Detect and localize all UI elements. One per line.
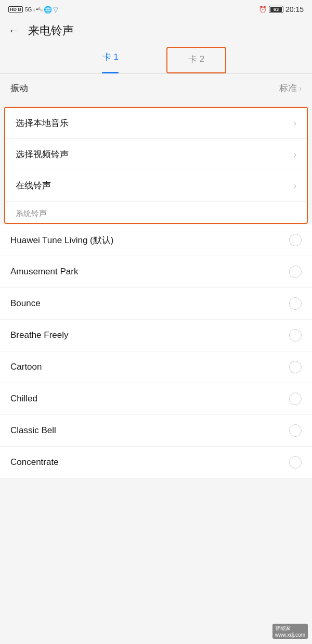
vibration-value: 标准 › bbox=[279, 82, 302, 94]
ringtone-name: Breathe Freely bbox=[10, 330, 69, 340]
status-right: ⏰ 63 20:15 bbox=[259, 5, 304, 14]
menu-label-online-ringtone: 在线铃声 bbox=[16, 180, 51, 192]
radio-button[interactable] bbox=[289, 266, 302, 278]
radio-button[interactable] bbox=[289, 361, 302, 373]
ringtone-name: Concentrate bbox=[10, 457, 59, 468]
menu-chevron-online-ringtone: › bbox=[294, 181, 296, 191]
clock: 20:15 bbox=[285, 5, 304, 14]
vibration-chevron: › bbox=[299, 84, 302, 93]
menu-item-local-music[interactable]: 选择本地音乐 › bbox=[5, 108, 307, 138]
header: ← 来电铃声 bbox=[0, 19, 312, 43]
ringtone-name: Chilled bbox=[10, 394, 37, 404]
watermark: 智能家www.xdj.com bbox=[272, 624, 308, 639]
page-title: 来电铃声 bbox=[28, 23, 74, 39]
ringtone-item[interactable]: Huawei Tune Living (默认) bbox=[0, 224, 312, 256]
orange-box-section: 选择本地音乐 › 选择视频铃声 › 在线铃声 › 系统铃声 bbox=[4, 107, 308, 224]
radio-button[interactable] bbox=[289, 456, 302, 469]
radio-button[interactable] bbox=[289, 329, 302, 342]
ringtone-name: Amusement Park bbox=[10, 267, 78, 277]
ringtone-item[interactable]: Chilled bbox=[0, 383, 312, 414]
ringtone-item[interactable]: Concentrate bbox=[0, 446, 312, 478]
radio-button[interactable] bbox=[289, 393, 302, 405]
menu-chevron-video-ringtone: › bbox=[294, 150, 296, 159]
ringtone-name: Classic Bell bbox=[10, 425, 56, 436]
tab-card2[interactable]: 卡 2 bbox=[172, 49, 221, 71]
alarm-icon: ⏰ bbox=[259, 6, 267, 13]
status-left: HD B 5G ᵢₗ ⁴ᴳᵢₗ 🌐 ▽ bbox=[8, 6, 58, 14]
ringtone-item[interactable]: Breathe Freely bbox=[0, 319, 312, 351]
battery-indicator: 63 bbox=[269, 6, 283, 13]
ringtone-item[interactable]: Amusement Park bbox=[0, 256, 312, 287]
radio-button[interactable] bbox=[289, 297, 302, 310]
ringtone-list: Huawei Tune Living (默认) Amusement Park B… bbox=[0, 224, 312, 478]
tab-card2-wrapper: 卡 2 bbox=[166, 47, 226, 73]
ringtone-item[interactable]: Cartoon bbox=[0, 351, 312, 383]
ringtone-item[interactable]: Classic Bell bbox=[0, 414, 312, 446]
ringtone-item[interactable]: Bounce bbox=[0, 287, 312, 319]
tabs-container: 卡 1 卡 2 bbox=[0, 43, 312, 73]
system-ringtone-header: 系统铃声 bbox=[5, 201, 307, 223]
back-button[interactable]: ← bbox=[8, 25, 20, 36]
vibration-row[interactable]: 振动 标准 › bbox=[0, 74, 312, 103]
menu-label-video-ringtone: 选择视频铃声 bbox=[16, 148, 69, 160]
ringtone-name: Huawei Tune Living (默认) bbox=[10, 234, 113, 246]
ringtone-name: Bounce bbox=[10, 298, 41, 309]
vibration-label: 振动 bbox=[10, 82, 28, 94]
ringtone-name: Cartoon bbox=[10, 362, 42, 372]
radio-button[interactable] bbox=[289, 424, 302, 437]
menu-item-online-ringtone[interactable]: 在线铃声 › bbox=[5, 170, 307, 201]
menu-chevron-local-music: › bbox=[294, 119, 296, 128]
tab-card1[interactable]: 卡 1 bbox=[86, 47, 135, 73]
menu-label-local-music: 选择本地音乐 bbox=[16, 117, 69, 129]
status-bar: HD B 5G ᵢₗ ⁴ᴳᵢₗ 🌐 ▽ ⏰ 63 20:15 bbox=[0, 0, 312, 19]
menu-item-video-ringtone[interactable]: 选择视频铃声 › bbox=[5, 138, 307, 170]
radio-button[interactable] bbox=[289, 234, 302, 246]
